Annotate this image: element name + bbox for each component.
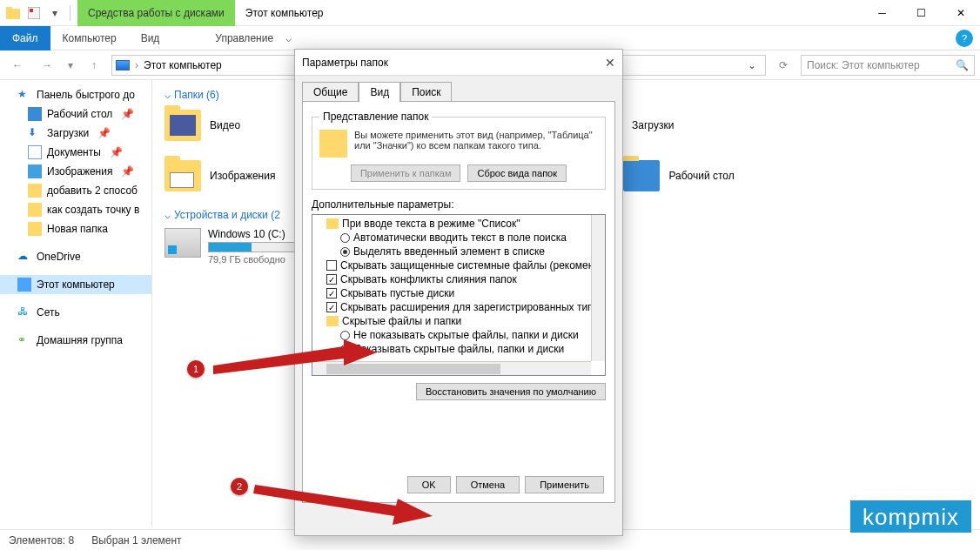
ribbon-collapse-icon[interactable]: ⌵ — [285, 32, 292, 44]
minimize-button[interactable]: ─ — [863, 0, 902, 25]
apply-to-folders-button[interactable]: Применить к папкам — [351, 164, 461, 182]
folder-options-dialog: Параметры папок ✕ Общие Вид Поиск Предст… — [294, 49, 623, 536]
checkbox-checked[interactable]: ✓ — [326, 274, 337, 285]
status-elements: Элементов: 8 — [9, 534, 74, 547]
folder-icon — [623, 160, 660, 191]
address-path: Этот компьютер — [144, 59, 222, 71]
history-dropdown[interactable]: ▾ — [64, 54, 77, 77]
document-icon — [28, 145, 42, 159]
network-icon: 🖧 — [17, 305, 31, 319]
checkbox-unchecked[interactable] — [326, 260, 337, 271]
up-button[interactable]: ↑ — [82, 54, 106, 77]
radio-checked-show-hidden[interactable] — [340, 345, 350, 354]
qat-properties-icon[interactable] — [24, 3, 44, 23]
sidebar-network[interactable]: 🖧Сеть — [0, 303, 151, 322]
help-icon[interactable]: ? — [956, 30, 973, 47]
picture-icon — [28, 164, 42, 178]
maximize-button[interactable]: ☐ — [902, 0, 941, 25]
homegroup-icon: ⚭ — [17, 333, 31, 347]
pin-icon: 📌 — [110, 146, 123, 158]
window-controls: ─ ☐ ✕ — [863, 0, 980, 25]
folder-icon — [28, 203, 42, 217]
restore-defaults-button[interactable]: Восстановить значения по умолчанию — [416, 383, 606, 400]
sidebar-item-documents[interactable]: Документы📌 — [0, 143, 151, 162]
sidebar-this-pc[interactable]: Этот компьютер — [0, 275, 151, 294]
apply-button[interactable]: Применить — [525, 476, 604, 493]
tab-manage[interactable]: Управление — [203, 26, 285, 50]
dialog-titlebar: Параметры папок ✕ — [295, 50, 622, 76]
tab-computer[interactable]: Компьютер — [50, 26, 129, 50]
sidebar-item-folder3[interactable]: Новая папка — [0, 219, 151, 238]
radio-checked[interactable] — [340, 247, 350, 257]
checkbox-checked[interactable]: ✓ — [326, 288, 337, 298]
pc-icon — [17, 278, 31, 292]
forward-button[interactable]: → — [35, 54, 59, 77]
pin-icon: 📌 — [97, 127, 111, 139]
sidebar-onedrive[interactable]: ☁OneDrive — [0, 247, 151, 266]
folder-icon — [28, 184, 42, 198]
chevron-down-icon: ⌵ — [164, 89, 171, 101]
drive-usage-bar — [208, 242, 304, 252]
sidebar-item-downloads[interactable]: ⬇Загрузки📌 — [0, 124, 151, 143]
tree-vscrollbar[interactable] — [591, 215, 605, 361]
dialog-close-icon[interactable]: ✕ — [605, 56, 615, 70]
ribbon: Файл Компьютер Вид Управление ⌵ ? — [0, 26, 980, 50]
sidebar-homegroup[interactable]: ⚭Домашняя группа — [0, 331, 151, 350]
folder-video[interactable]: Видео — [164, 108, 240, 143]
tab-view[interactable]: Вид — [129, 26, 172, 50]
search-input[interactable]: Поиск: Этот компьютер 🔍 — [801, 55, 975, 76]
folder-icon — [164, 110, 201, 141]
quick-access-toolbar: ▾ — [0, 3, 77, 23]
folder-icon — [28, 222, 42, 236]
folder-icon — [326, 218, 339, 229]
folder-view-fieldset: Представление папок Вы можете применить … — [312, 111, 606, 190]
pin-icon: 📌 — [121, 165, 134, 178]
sidebar-item-folder2[interactable]: как создать точку в — [0, 200, 151, 219]
svg-rect-3 — [30, 9, 33, 12]
cancel-button[interactable]: Отмена — [456, 476, 520, 493]
pin-icon: 📌 — [121, 108, 134, 120]
fieldset-text: Вы можете применить этот вид (например, … — [354, 130, 598, 158]
star-icon: ★ — [17, 88, 31, 102]
tree-hscrollbar[interactable] — [312, 361, 591, 375]
dialog-buttons: OK Отмена Применить — [407, 476, 604, 493]
sidebar: ★Панель быстрого до Рабочий стол📌 ⬇Загру… — [0, 80, 152, 527]
disk-tools-tab[interactable]: Средства работы с дисками — [77, 0, 235, 26]
search-placeholder: Поиск: Этот компьютер — [807, 59, 920, 71]
advanced-label: Дополнительные параметры: — [312, 198, 606, 211]
folder-desktop[interactable]: Рабочий стол — [623, 160, 734, 191]
tab-search[interactable]: Поиск — [400, 82, 452, 102]
tab-general[interactable]: Общие — [302, 82, 359, 102]
qat-dropdown-icon[interactable]: ▾ — [45, 3, 64, 23]
sidebar-item-pictures[interactable]: Изображения📌 — [0, 162, 151, 181]
chevron-down-icon: ⌵ — [164, 209, 171, 221]
folder-pictures[interactable]: Изображения — [164, 160, 275, 191]
window-title: Этот компьютер — [235, 7, 334, 19]
search-icon: 🔍 — [956, 59, 969, 71]
pc-icon — [116, 60, 130, 70]
advanced-tree[interactable]: При вводе текста в режиме "Список" Автом… — [312, 214, 606, 376]
fieldset-legend: Представление папок — [319, 111, 432, 123]
sidebar-item-desktop[interactable]: Рабочий стол📌 — [0, 104, 151, 124]
tab-view-dialog[interactable]: Вид — [359, 82, 400, 102]
tab-file[interactable]: Файл — [0, 26, 50, 50]
status-selected: Выбран 1 элемент — [91, 534, 181, 547]
titlebar: ▾ Средства работы с дисками Этот компьют… — [0, 0, 980, 26]
ok-button[interactable]: OK — [407, 476, 451, 493]
download-icon: ⬇ — [28, 126, 42, 140]
radio-unchecked[interactable] — [340, 233, 350, 243]
svg-rect-1 — [6, 7, 12, 10]
checkbox-checked[interactable]: ✓ — [326, 302, 337, 312]
drive-icon — [164, 228, 201, 258]
sidebar-item-folder1[interactable]: добавить 2 способ — [0, 181, 151, 200]
reset-folders-button[interactable]: Сброс вида папок — [467, 164, 567, 182]
refresh-button[interactable]: ⟳ — [771, 54, 795, 77]
onedrive-icon: ☁ — [17, 250, 31, 264]
back-button[interactable]: ← — [5, 54, 30, 77]
watermark: kompmix — [850, 500, 971, 533]
dialog-tabs: Общие Вид Поиск — [295, 76, 622, 101]
close-button[interactable]: ✕ — [941, 0, 980, 25]
sidebar-quick-access[interactable]: ★Панель быстрого до — [0, 85, 151, 104]
address-dropdown-icon[interactable]: ⌄ — [742, 59, 762, 71]
radio-unchecked[interactable] — [340, 331, 350, 340]
